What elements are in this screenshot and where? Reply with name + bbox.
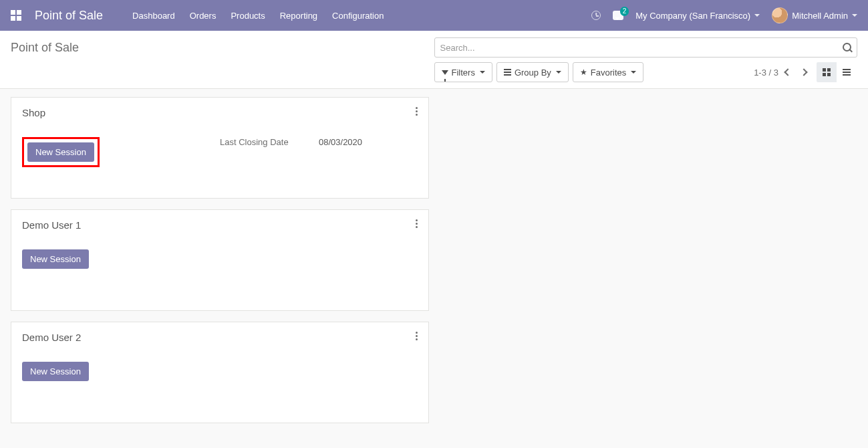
card-menu-icon[interactable] (413, 217, 420, 231)
caret-down-icon (631, 71, 636, 74)
new-session-button[interactable]: New Session (27, 142, 94, 162)
groupby-button[interactable]: Group By (496, 62, 569, 82)
last-closing-value (319, 362, 418, 381)
card-title: Shop (22, 107, 418, 118)
card-title: Demo User 1 (22, 219, 418, 231)
apps-icon[interactable] (11, 10, 21, 21)
groupby-label: Group By (515, 68, 551, 78)
kanban-view-button[interactable] (817, 62, 837, 82)
caret-down-icon (754, 14, 760, 17)
favorites-button[interactable]: ★ Favorites (573, 62, 643, 82)
search-wrap (434, 37, 858, 58)
kanban-icon (823, 68, 831, 76)
caret-down-icon (556, 71, 561, 74)
pos-card-demo2[interactable]: Demo User 2 New Session (11, 322, 429, 423)
last-closing-label (220, 249, 319, 269)
nav-reporting[interactable]: Reporting (280, 11, 317, 21)
filters-label: Filters (452, 68, 475, 78)
list-icon (843, 69, 851, 76)
last-closing-value: 08/03/2020 (319, 137, 418, 167)
last-closing-label (220, 362, 319, 381)
user-label: Mitchell Admin (792, 11, 848, 21)
page-title: Point of Sale (11, 41, 434, 55)
nav-right: 2 My Company (San Francisco) Mitchell Ad… (591, 7, 857, 23)
card-menu-icon[interactable] (413, 329, 420, 343)
pager[interactable]: 1-3 / 3 (754, 68, 778, 78)
control-panel: Point of Sale Filters Group By ★ Favorit… (0, 31, 868, 89)
pos-card-demo1[interactable]: Demo User 1 New Session (11, 209, 429, 311)
new-session-button[interactable]: New Session (22, 249, 89, 269)
company-switch[interactable]: My Company (San Francisco) (635, 11, 760, 21)
caret-down-icon (480, 71, 485, 74)
pos-card-shop[interactable]: Shop New Session Last Closing Date 08/03… (11, 97, 429, 199)
highlight-box: New Session (22, 137, 100, 167)
new-session-button[interactable]: New Session (22, 362, 89, 381)
activity-icon[interactable] (591, 11, 601, 20)
caret-down-icon (852, 14, 857, 17)
pager-next-icon[interactable] (800, 68, 807, 76)
navbar: Point of Sale Dashboard Orders Products … (0, 0, 868, 31)
search-icon[interactable] (843, 43, 852, 52)
card-menu-icon[interactable] (413, 104, 420, 118)
pager-prev-icon[interactable] (784, 68, 791, 76)
list-view-button[interactable] (837, 62, 857, 82)
chat-badge: 2 (620, 7, 629, 16)
star-icon: ★ (580, 68, 587, 77)
user-menu[interactable]: Mitchell Admin (772, 7, 857, 23)
nav-orders[interactable]: Orders (190, 11, 216, 21)
last-closing-value (319, 249, 418, 269)
nav-configuration[interactable]: Configuration (332, 11, 384, 21)
nav-dashboard[interactable]: Dashboard (132, 11, 175, 21)
card-title: Demo User 2 (22, 332, 418, 343)
avatar (772, 7, 788, 23)
search-input[interactable] (434, 37, 858, 58)
last-closing-label: Last Closing Date (220, 137, 319, 167)
filters-button[interactable]: Filters (434, 62, 492, 82)
kanban-area: Shop New Session Last Closing Date 08/03… (0, 89, 868, 431)
nav-links: Dashboard Orders Products Reporting Conf… (132, 11, 384, 21)
view-switch (816, 62, 857, 83)
messaging-icon[interactable]: 2 (613, 11, 623, 20)
brand[interactable]: Point of Sale (35, 9, 103, 23)
favorites-label: Favorites (591, 68, 626, 78)
bars-icon (504, 69, 511, 76)
company-label: My Company (San Francisco) (635, 11, 750, 21)
filter-icon (442, 70, 448, 75)
nav-products[interactable]: Products (231, 11, 265, 21)
